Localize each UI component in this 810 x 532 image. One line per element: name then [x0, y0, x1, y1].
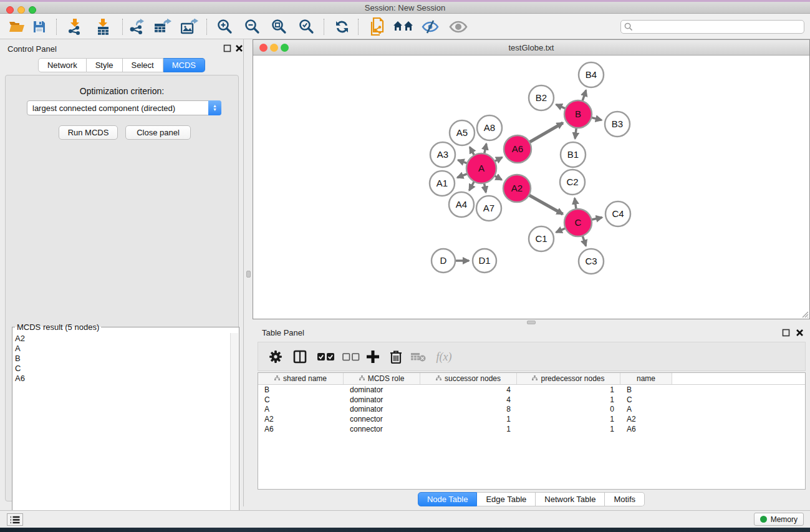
column-header-shared-name[interactable]: shared name — [258, 373, 344, 384]
table-row[interactable]: A2connector11A2 — [258, 414, 805, 424]
edge-B-B4[interactable] — [582, 90, 586, 101]
zoom-fit-icon[interactable] — [269, 17, 290, 36]
show-icon[interactable] — [448, 17, 469, 36]
edge-A-A1[interactable] — [457, 174, 467, 178]
settings-gear-icon[interactable] — [267, 348, 284, 365]
network-canvas[interactable]: B4B2BB3A5A8A6B1A3AC2A1A2A4A7CC4C1C3DD1 — [253, 56, 809, 319]
mcds-result-list[interactable]: A2ABCA6 — [13, 334, 230, 532]
table-cell[interactable]: 1 — [517, 395, 620, 404]
memory-button[interactable]: Memory — [754, 513, 804, 526]
table-cell[interactable]: B — [620, 385, 672, 394]
criterion-dropdown[interactable]: largest connected component (directed) ▲… — [27, 100, 221, 115]
network-file-icon[interactable] — [367, 17, 388, 36]
edge-B-B1[interactable] — [575, 128, 576, 138]
table-cell[interactable]: C — [258, 395, 344, 404]
edge-A-A6[interactable] — [494, 157, 502, 161]
table-tab-network-table[interactable]: Network Table — [536, 492, 605, 506]
column-header-successor-nodes[interactable]: successor nodes — [420, 373, 517, 384]
edge-A2-C[interactable] — [529, 195, 562, 215]
table-cell[interactable]: 0 — [517, 405, 620, 414]
edge-C-C3[interactable] — [582, 236, 586, 246]
table-cell[interactable]: 8 — [420, 405, 517, 414]
table-tab-motifs[interactable]: Motifs — [605, 492, 645, 506]
close-panel-icon[interactable] — [235, 44, 243, 52]
table-cell[interactable]: 1 — [420, 415, 517, 423]
table-cell[interactable]: 1 — [517, 415, 620, 423]
network-window-titlebar[interactable]: testGlobe.txt — [253, 40, 809, 56]
tab-style[interactable]: Style — [87, 58, 123, 72]
float-table-panel-icon[interactable] — [782, 329, 790, 337]
table-cell[interactable]: A6 — [258, 425, 344, 433]
export-network-icon[interactable] — [126, 17, 147, 36]
mcds-result-item[interactable]: A6 — [15, 374, 230, 384]
import-network-icon[interactable] — [64, 17, 85, 36]
tab-mcds[interactable]: MCDS — [163, 58, 205, 72]
float-panel-icon[interactable] — [223, 44, 231, 52]
zoom-out-icon[interactable] — [242, 17, 263, 36]
table-cell[interactable]: A6 — [620, 425, 672, 433]
table-cell[interactable]: 1 — [420, 425, 517, 433]
edge-C-C2[interactable] — [575, 198, 576, 209]
table-row[interactable]: Adominator80A — [258, 404, 805, 414]
mcds-result-item[interactable]: A2 — [15, 334, 230, 344]
table-cell[interactable]: A2 — [620, 415, 672, 423]
table-cell[interactable]: 1 — [517, 425, 620, 433]
edge-A-A4[interactable] — [470, 181, 475, 190]
table-cell[interactable]: A — [258, 405, 344, 414]
table-cell[interactable]: connector — [344, 425, 420, 433]
table-cell[interactable]: 4 — [420, 395, 517, 404]
mcds-result-item[interactable]: C — [15, 364, 230, 374]
edge-A6-B[interactable] — [529, 123, 563, 142]
mcds-result-item[interactable]: A — [15, 344, 230, 354]
hide-icon[interactable] — [420, 17, 441, 36]
column-header-MCDS-role[interactable]: MCDS role — [344, 373, 420, 384]
export-table-icon[interactable] — [152, 17, 173, 36]
node-table[interactable]: shared nameMCDS rolesuccessor nodesprede… — [258, 372, 806, 490]
table-cell[interactable]: B — [258, 385, 344, 394]
edge-B-B2[interactable] — [556, 104, 566, 109]
import-table-icon[interactable] — [92, 17, 113, 36]
search-field[interactable] — [635, 22, 804, 31]
delete-table-icon[interactable] — [409, 348, 428, 365]
zoom-in-icon[interactable] — [215, 17, 236, 36]
edge-A-A5[interactable] — [470, 147, 474, 155]
edge-C-C4[interactable] — [591, 218, 602, 220]
edge-A-A8[interactable] — [485, 143, 486, 153]
close-window-button[interactable] — [6, 6, 14, 14]
table-tab-node-table[interactable]: Node Table — [418, 492, 478, 506]
run-mcds-button[interactable]: Run MCDS — [59, 125, 118, 140]
save-session-icon[interactable] — [29, 17, 50, 36]
zoom-selected-icon[interactable] — [296, 17, 317, 36]
edge-A-A3[interactable] — [458, 160, 468, 163]
table-row[interactable]: Cdominator41C — [258, 395, 805, 405]
table-cell[interactable]: dominator — [344, 385, 420, 394]
table-row[interactable]: A6connector11A6 — [258, 424, 805, 434]
column-header-predecessor-nodes[interactable]: predecessor nodes — [517, 373, 620, 384]
table-tab-edge-table[interactable]: Edge Table — [477, 492, 536, 506]
table-cell[interactable]: dominator — [344, 395, 420, 404]
zoom-window-button[interactable] — [29, 6, 36, 14]
tab-select[interactable]: Select — [123, 58, 163, 72]
mcds-result-item[interactable]: B — [15, 354, 230, 364]
network-zoom-button[interactable] — [281, 44, 289, 52]
table-cell[interactable]: A2 — [258, 415, 344, 423]
table-cell[interactable]: dominator — [344, 405, 420, 414]
minimize-window-button[interactable] — [17, 6, 25, 14]
genemania-icon[interactable] — [393, 17, 414, 36]
table-cell[interactable]: 4 — [420, 385, 517, 394]
table-cell[interactable]: 1 — [517, 385, 620, 394]
task-history-button[interactable] — [7, 513, 23, 526]
refresh-icon[interactable] — [331, 17, 352, 36]
export-image-icon[interactable] — [179, 17, 200, 36]
open-file-icon[interactable] — [6, 17, 27, 36]
vertical-scroll-thumb[interactable] — [246, 271, 251, 278]
network-minimize-button[interactable] — [270, 44, 278, 52]
deselect-all-icon[interactable] — [340, 348, 362, 365]
mcds-scrollbar[interactable] — [230, 333, 238, 532]
table-cell[interactable]: connector — [344, 415, 420, 423]
edge-B-B3[interactable] — [591, 117, 601, 120]
search-input[interactable] — [620, 20, 804, 34]
edge-A-A2[interactable] — [494, 176, 502, 180]
network-close-button[interactable] — [259, 44, 268, 52]
resize-grip-icon[interactable] — [801, 311, 809, 318]
